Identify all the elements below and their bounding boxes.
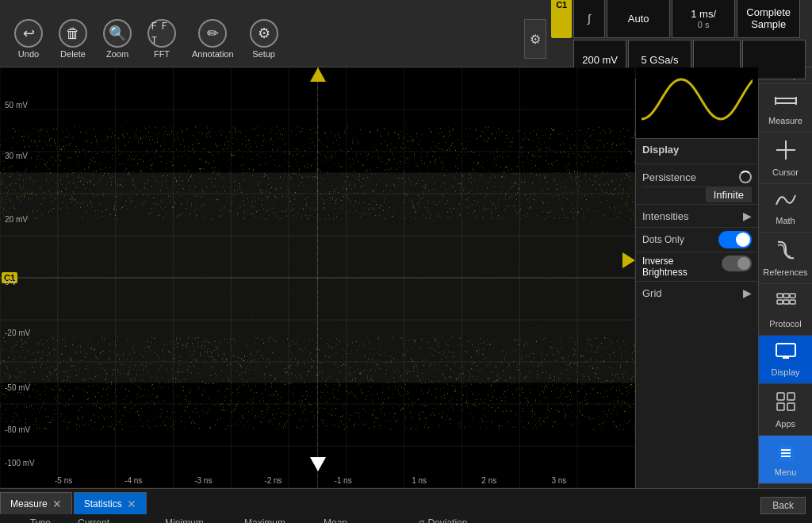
trigger-top-indicator xyxy=(310,67,326,84)
menu-label: Menu xyxy=(775,467,797,477)
far-right-sidebar: ? Help Measure Cursor Math xyxy=(758,67,812,488)
display-section: Display xyxy=(636,139,758,164)
sidebar-item-math[interactable]: Math xyxy=(759,184,812,233)
persistence-value: Infinite xyxy=(706,187,752,202)
sidebar-item-references[interactable]: References xyxy=(759,233,812,284)
svg-rect-12 xyxy=(783,300,789,304)
grid-chevron-icon: ▶ xyxy=(743,286,752,299)
scope-canvas xyxy=(0,67,635,488)
apps-icon xyxy=(775,390,797,417)
bottom-area: Measure ✕ Statistics ✕ Back Type Current… xyxy=(0,488,812,523)
setup-button[interactable]: ⚙ Setup xyxy=(250,19,278,59)
grid-label: Grid xyxy=(642,287,662,299)
svg-rect-20 xyxy=(787,403,795,410)
sidebar-item-measure[interactable]: Measure xyxy=(759,84,812,133)
toggle-small-knob xyxy=(737,257,750,270)
stats-header: Type Current Minimum Maximum Mean σ-Devi… xyxy=(6,516,806,523)
x-label-4: -1 ns xyxy=(334,476,351,485)
x-label-1: -4 ns xyxy=(124,476,142,485)
tab-bar: Measure ✕ Statistics ✕ Back xyxy=(0,489,812,514)
complete-sample: Complete Sample xyxy=(737,0,800,38)
svg-rect-19 xyxy=(777,403,784,410)
svg-rect-18 xyxy=(787,393,795,400)
stats-header-sigma: σ-Deviation xyxy=(419,517,506,523)
persistence-row: Persistence xyxy=(642,167,752,187)
toggle-knob xyxy=(736,233,750,247)
svg-marker-0 xyxy=(310,67,326,82)
dots-only-toggle[interactable] xyxy=(718,231,752,248)
sidebar-item-apps[interactable]: Apps xyxy=(759,384,812,436)
tab-statistics-close[interactable]: ✕ xyxy=(127,498,136,510)
stats-table: Type Current Minimum Maximum Mean σ-Devi… xyxy=(0,514,812,523)
persistence-section: Persistence Infinite xyxy=(636,164,758,205)
svg-rect-10 xyxy=(790,294,795,298)
setup-icon: ⚙ xyxy=(250,19,278,48)
svg-rect-17 xyxy=(777,393,784,400)
svg-rect-14 xyxy=(776,344,795,356)
grid-row[interactable]: Grid ▶ xyxy=(636,282,758,304)
intensities-label: Intensities xyxy=(642,210,689,222)
stats-header-current: Current xyxy=(78,517,165,523)
y-label-0: 50 mV xyxy=(5,101,28,110)
measure-icon xyxy=(774,90,798,114)
intensities-row[interactable]: Intensities ▶ xyxy=(636,205,758,228)
stats-header-ch xyxy=(6,517,30,523)
sidebar-item-protocol[interactable]: Protocol xyxy=(759,284,812,336)
protocol-icon xyxy=(775,290,797,317)
wave-preview xyxy=(636,67,758,139)
persistence-spinner xyxy=(739,171,752,183)
tab-statistics[interactable]: Statistics ✕ xyxy=(74,492,147,514)
zoom-icon: 🔍 xyxy=(103,19,132,48)
fft-button[interactable]: ＦＦＴ FFT xyxy=(147,19,176,59)
apps-label: Apps xyxy=(776,419,795,429)
sidebar-item-cursor[interactable]: Cursor xyxy=(759,133,812,184)
scope-area[interactable]: C1 50 mV 30 mV 20 mV 0 V -20 mV -50 mV -… xyxy=(0,67,635,488)
delete-button[interactable]: 🗑 Delete xyxy=(59,19,87,59)
sidebar-item-menu[interactable]: Menu xyxy=(759,436,812,484)
channel-settings-icon[interactable]: ⚙ xyxy=(524,19,546,59)
tab-measure[interactable]: Measure ✕ xyxy=(0,492,72,514)
stats-header-mean: Mean xyxy=(324,517,419,523)
inverse-brightness-row: Inverse Brightness xyxy=(636,252,758,282)
inverse-brightness-label-group: Inverse Brightness xyxy=(642,256,688,278)
intensities-chevron-icon: ▶ xyxy=(743,210,752,222)
svg-rect-13 xyxy=(790,300,795,304)
y-label-5: -50 mV xyxy=(5,383,30,392)
fft-icon: ＦＦＴ xyxy=(147,19,176,48)
references-label: References xyxy=(763,267,807,277)
cursor-label: Cursor xyxy=(772,167,799,177)
stats-header-extra xyxy=(506,517,522,523)
annotation-button[interactable]: ✏ Annotation xyxy=(192,19,234,59)
inverse-brightness-toggle[interactable] xyxy=(722,256,752,271)
channel-badge[interactable]: C1 xyxy=(551,0,572,38)
persistence-label: Persistence xyxy=(642,171,696,183)
timebase: 1 ms/ 0 s xyxy=(672,0,735,38)
svg-marker-1 xyxy=(622,252,635,268)
stats-header-maximum: Maximum xyxy=(244,517,324,523)
protocol-label: Protocol xyxy=(769,319,801,329)
x-label-3: -2 ns xyxy=(264,476,282,485)
measure-label: Measure xyxy=(768,116,802,125)
right-panel: Display Persistence Infinite Intensities… xyxy=(635,67,758,488)
zoom-button[interactable]: 🔍 Zoom xyxy=(103,19,132,59)
wave-preview-svg xyxy=(642,71,753,135)
trigger-mode: Auto xyxy=(607,0,670,38)
display-sidebar-label: Display xyxy=(771,367,799,377)
annotation-icon: ✏ xyxy=(198,19,227,48)
stats-header-minimum: Minimum xyxy=(165,517,244,523)
sidebar-item-display[interactable]: Display xyxy=(759,336,812,384)
svg-rect-3 xyxy=(776,98,796,103)
svg-rect-11 xyxy=(777,300,783,304)
undo-button[interactable]: ↩ Undo xyxy=(14,19,43,59)
x-label-2: -3 ns xyxy=(194,476,212,485)
main-area: C1 50 mV 30 mV 20 mV 0 V -20 mV -50 mV -… xyxy=(0,67,812,488)
y-label-7: -100 mV xyxy=(5,459,35,467)
tab-statistics-label: Statistics xyxy=(84,498,122,510)
tab-measure-close[interactable]: ✕ xyxy=(52,498,62,510)
svg-marker-2 xyxy=(310,457,326,471)
y-label-2: 20 mV xyxy=(5,215,28,224)
back-button[interactable]: Back xyxy=(760,497,806,514)
x-label-6: 2 ns xyxy=(481,476,496,485)
dots-only-row: Dots Only xyxy=(636,228,758,252)
dots-only-label: Dots Only xyxy=(642,234,684,245)
